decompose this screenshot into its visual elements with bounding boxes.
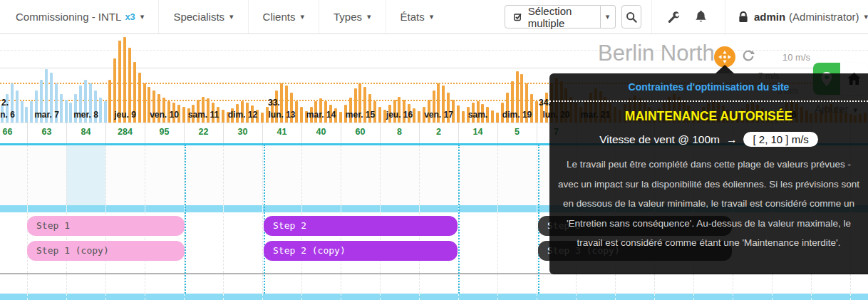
wind-bar — [21, 101, 24, 123]
day-column-separator — [458, 123, 459, 143]
arrow-icon: → — [726, 133, 738, 146]
day-count: 63 — [42, 127, 52, 137]
strip-day-separator — [380, 294, 381, 300]
strip-day-separator — [537, 294, 537, 300]
strip-day-separator — [341, 294, 341, 300]
wind-bar — [496, 113, 499, 123]
day-label: lun. 13 — [268, 110, 295, 120]
day-gridline — [223, 145, 224, 205]
day-label: dim. 12 — [228, 110, 257, 120]
day-count: 95 — [160, 127, 170, 137]
day-label: mer. 8 — [73, 110, 98, 120]
day-column-separator — [497, 123, 498, 143]
bottom-strip — [0, 294, 868, 300]
wind-bar — [138, 73, 141, 123]
day-label: ven. 17 — [424, 110, 453, 120]
strip-day-separator — [66, 205, 67, 212]
day-label: mer. 15 — [346, 110, 375, 120]
site-title: Berlin North — [598, 41, 715, 66]
strip-day-separator — [223, 294, 224, 300]
range-marker-line — [458, 145, 460, 294]
multi-select-button[interactable]: Sélection multiple — [505, 5, 600, 29]
gantt-task-bar[interactable]: Step 2 (copy) — [264, 241, 458, 261]
day-column-separator — [301, 123, 302, 143]
day-gridline — [380, 274, 381, 294]
app-window: 10 m/s 7 m/s 5 m/s 2.33.34. n. 666mar. 7… — [0, 0, 868, 300]
tooltip-description: Le travail peut être complété dans cette… — [556, 155, 862, 253]
strip-day-separator — [301, 205, 302, 212]
wind-bar — [25, 107, 28, 123]
day-gridline — [223, 274, 224, 294]
strip-day-separator — [105, 294, 106, 300]
menu-specialists[interactable]: Specialists — [159, 0, 248, 33]
day-gridline — [27, 145, 28, 205]
bottom-row — [0, 274, 868, 294]
strip-day-separator — [145, 294, 145, 300]
wind-bar — [108, 80, 111, 123]
day-column-separator — [380, 123, 381, 143]
day-count: 60 — [356, 127, 366, 137]
day-column-separator — [66, 123, 67, 143]
user-menu[interactable]: admin (Administrator) — [725, 0, 868, 33]
day-gridline — [576, 274, 577, 294]
day-column-separator — [184, 123, 185, 143]
checkbox-checked-icon — [514, 11, 522, 22]
day-column-separator — [262, 123, 263, 143]
wind-bar — [418, 111, 420, 123]
gantt-task-bar[interactable]: Step 1 — [27, 216, 185, 236]
search-button[interactable] — [621, 5, 641, 29]
day-gridline — [380, 145, 381, 205]
day-count: 2 — [436, 127, 441, 137]
wind-bar — [535, 101, 538, 123]
x3-badge: x3 — [125, 11, 135, 22]
menu-commissioning[interactable]: Commissioning - INTL x3 — [1, 0, 159, 33]
multi-select-caret-button[interactable] — [601, 5, 616, 29]
day-gridline — [733, 274, 733, 294]
range-marker-line — [185, 145, 186, 294]
refresh-icon[interactable] — [742, 48, 755, 64]
strip-day-separator — [419, 294, 420, 300]
day-count: 30 — [238, 127, 248, 137]
menu-clients[interactable]: Clients — [249, 0, 319, 33]
day-count: 284 — [118, 127, 133, 137]
lock-icon — [738, 11, 748, 23]
day-gridline — [341, 145, 341, 205]
menu-label: Types — [334, 11, 362, 23]
multi-select-label: Sélection multiple — [528, 5, 591, 29]
day-gridline — [66, 145, 67, 205]
strip-day-separator — [615, 294, 616, 300]
wind-speed-row: Vitesse de vent @ 100m → [ 2, 10 ] m/s — [549, 132, 868, 147]
strip-day-separator — [693, 294, 694, 300]
day-gridline — [850, 274, 851, 294]
notifications-bell-button[interactable] — [696, 11, 706, 23]
strip-day-separator — [811, 294, 812, 300]
day-column-separator — [419, 123, 420, 143]
search-icon — [626, 11, 637, 23]
day-column-separator — [537, 123, 537, 143]
wind-bar — [182, 107, 185, 123]
username: admin — [754, 11, 785, 23]
day-gridline — [105, 145, 106, 205]
day-label: ven. 10 — [150, 110, 179, 120]
wind-range-pill: [ 2, 10 ] m/s — [743, 132, 817, 147]
gantt-task-bar[interactable]: Step 2 — [264, 216, 458, 236]
day-gridline — [262, 145, 263, 205]
week-number-label: 2. — [1, 98, 9, 108]
gantt-task-bar[interactable]: Step 1 (copy) — [27, 241, 185, 261]
top-navbar: Commissioning - INTL x3 Specialists Clie… — [0, 0, 868, 34]
maintenance-status-heading: MAINTENANCE AUTORISÉE — [549, 109, 868, 124]
day-gridline — [615, 274, 616, 294]
day-label: sam. — [468, 110, 487, 120]
day-gridline — [693, 274, 694, 294]
day-gridline — [262, 212, 263, 273]
day-column-separator — [105, 123, 106, 143]
day-gridline — [27, 274, 28, 294]
day-gridline — [66, 274, 67, 294]
day-label: mar. 14 — [306, 110, 336, 120]
day-gridline — [537, 212, 537, 273]
day-gridline — [654, 274, 655, 294]
menu-types[interactable]: Types — [319, 0, 386, 33]
strip-day-separator — [27, 294, 28, 300]
menu-etats[interactable]: États — [386, 0, 448, 33]
settings-wrench-button[interactable] — [668, 11, 680, 23]
